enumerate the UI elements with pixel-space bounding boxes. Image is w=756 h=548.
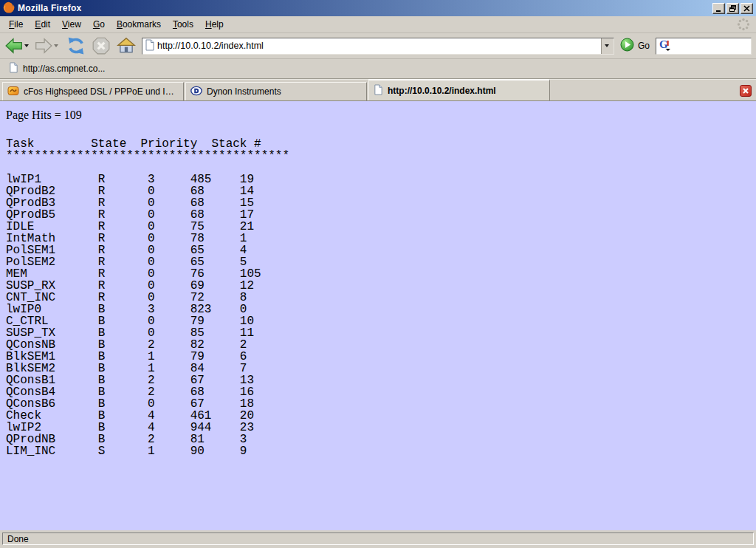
menu-view[interactable]: View: [56, 17, 87, 32]
tab-label: Dynon Instruments: [207, 86, 281, 97]
reload-button[interactable]: [66, 36, 86, 55]
tab-active-index-page[interactable]: http://10.0.10.2/index.html: [368, 79, 550, 100]
url-input[interactable]: [155, 38, 601, 54]
menu-edit[interactable]: Edit: [29, 17, 56, 32]
page-icon: [9, 62, 18, 75]
page-icon: [145, 39, 155, 53]
dynon-icon: [190, 85, 202, 99]
titlebar: Mozilla Firefox: [0, 0, 756, 16]
menu-bookmarks[interactable]: Bookmarks: [111, 17, 167, 32]
menu-help[interactable]: Help: [199, 17, 230, 32]
status-text: Done: [2, 532, 754, 545]
back-dropdown-caret[interactable]: [24, 44, 29, 47]
page-hits-text: Page Hits = 109: [6, 109, 756, 122]
page-icon: [374, 84, 383, 97]
tab-cfos[interactable]: cFos Highspeed DSL / PPPoE und ISDN CAP.…: [2, 82, 184, 100]
restore-button[interactable]: [726, 3, 739, 14]
svg-text:G: G: [659, 38, 668, 50]
go-button[interactable]: [620, 38, 634, 54]
close-button[interactable]: [740, 3, 753, 14]
navigation-toolbar: Go G: [0, 33, 756, 59]
tab-label: http://10.0.10.2/index.html: [388, 86, 496, 96]
cfos-icon: [7, 85, 19, 99]
tab-dynon[interactable]: Dynon Instruments: [185, 82, 367, 100]
menu-tools[interactable]: Tools: [167, 17, 199, 32]
stop-button[interactable]: [92, 36, 111, 55]
page-content: Page Hits = 109 Task State Priority Stac…: [0, 101, 756, 530]
bookmarks-toolbar: http://as.cmpnet.co...: [0, 59, 756, 79]
throbber-icon: [737, 18, 750, 31]
menubar: File Edit View Go Bookmarks Tools Help: [0, 16, 756, 33]
home-button[interactable]: [117, 36, 136, 55]
task-table: Task State Priority Stack # ************…: [6, 138, 756, 457]
bookmark-item[interactable]: http://as.cmpnet.co...: [6, 61, 108, 77]
url-dropdown-button[interactable]: [601, 38, 614, 54]
close-tab-button[interactable]: [740, 85, 752, 97]
back-button[interactable]: [4, 36, 24, 55]
search-bar: G: [656, 38, 752, 55]
bookmark-label: http://as.cmpnet.co...: [23, 64, 105, 74]
address-bar: [142, 38, 614, 55]
firefox-logo-icon: [3, 1, 15, 16]
status-bar: Done: [0, 530, 756, 548]
forward-dropdown-caret[interactable]: [54, 44, 58, 47]
tab-label: cFos Highspeed DSL / PPPoE und ISDN CAP.…: [24, 86, 179, 97]
browser-window: Mozilla Firefox File Edit View Go Bookma: [0, 0, 756, 548]
menu-go[interactable]: Go: [87, 17, 111, 32]
minimize-button[interactable]: [712, 3, 725, 14]
google-search-icon[interactable]: G: [659, 38, 671, 53]
go-label[interactable]: Go: [638, 41, 650, 51]
search-input[interactable]: [671, 38, 751, 54]
menu-file[interactable]: File: [3, 17, 29, 32]
window-title: Mozilla Firefox: [18, 3, 81, 13]
forward-button[interactable]: [34, 36, 53, 55]
tab-bar: cFos Highspeed DSL / PPPoE und ISDN CAP.…: [0, 79, 756, 101]
